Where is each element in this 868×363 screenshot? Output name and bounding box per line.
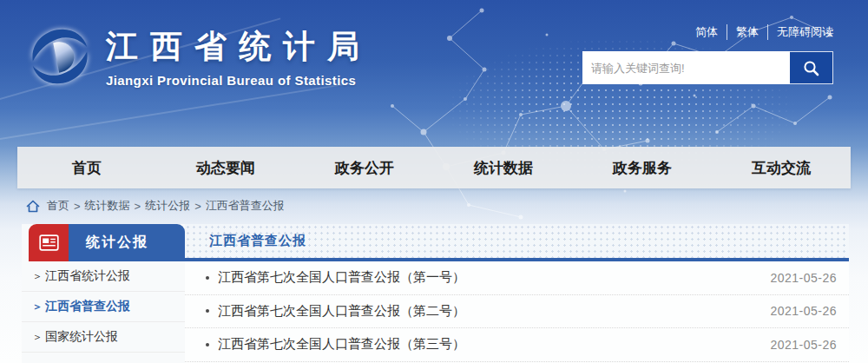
home-icon (26, 200, 40, 213)
bulletin-date: 2021-05-26 (770, 271, 837, 285)
chevron-right-icon: ＞ (32, 269, 43, 284)
breadcrumb-item-statistics-data[interactable]: 统计数据 (85, 198, 130, 214)
main-nav: 首页 动态要闻 政务公开 统计数据 政务服务 互动交流 (17, 147, 851, 188)
search-button[interactable] (790, 51, 833, 84)
chevron-right-icon: ＞ (32, 300, 43, 314)
logo-icon (26, 23, 94, 90)
bullet-dot (206, 276, 209, 280)
bulletin-date: 2021-05-26 (770, 338, 837, 352)
search-input[interactable] (582, 51, 790, 84)
site-title: 江西省统计局 (106, 25, 372, 69)
bulletin-list: 江西省第七次全国人口普查公报（第一号） 2021-05-26 江西省第七次全国人… (185, 261, 849, 363)
tab-row: 江西省普查公报 (185, 224, 849, 261)
sidebar-title: 统计公报 (69, 224, 185, 261)
sidebar-item-label: 江西省普查公报 (45, 299, 130, 314)
language-links: 简体 繁体 无障碍阅读 (582, 24, 833, 40)
bullet-dot (206, 309, 209, 313)
breadcrumb-item-statistical-bulletin[interactable]: 统计公报 (145, 198, 190, 214)
breadcrumb-item-census-bulletin[interactable]: 江西省普查公报 (206, 198, 285, 214)
nav-item-news[interactable]: 动态要闻 (156, 147, 295, 188)
tab-census-bulletin[interactable]: 江西省普查公报 (209, 233, 306, 249)
list-item[interactable]: 江西省第七次全国人口普查公报（第三号） 2021-05-26 (185, 328, 849, 362)
search-icon (802, 59, 820, 77)
bulletin-date: 2021-05-26 (770, 304, 837, 318)
search-box (582, 51, 833, 84)
brand[interactable]: 江西省统计局 Jiangxi Provincial Bureau of Stat… (26, 23, 372, 90)
bullet-dot (206, 343, 209, 346)
content: 统计公报 ＞ 江西省统计公报 ＞ 江西省普查公报 ＞ 国家统计公报 江西省普查公… (22, 224, 849, 363)
list-item[interactable]: 江西省第七次全国人口普查公报（第一号） 2021-05-26 (185, 261, 849, 295)
nav-item-interaction[interactable]: 互动交流 (712, 147, 851, 188)
lang-link-accessible-reading[interactable]: 无障碍阅读 (767, 24, 833, 40)
bulletin-link-no3[interactable]: 江西省第七次全国人口普查公报（第三号） (218, 336, 465, 353)
nav-item-gov-services[interactable]: 政务服务 (573, 147, 712, 188)
breadcrumb-separator: > (194, 200, 201, 213)
light-streak (0, 82, 353, 142)
sidebar-list: ＞ 江西省统计公报 ＞ 江西省普查公报 ＞ 国家统计公报 (22, 261, 185, 353)
sidebar-item-provincial-census-bulletin[interactable]: ＞ 江西省普查公报 (22, 292, 185, 322)
nav-item-statistics-data[interactable]: 统计数据 (434, 147, 573, 188)
sidebar-header: 统计公报 (29, 224, 185, 261)
sidebar: 统计公报 ＞ 江西省统计公报 ＞ 江西省普查公报 ＞ 国家统计公报 (22, 224, 185, 363)
bulletin-link-no1[interactable]: 江西省第七次全国人口普查公报（第一号） (218, 269, 465, 286)
site-subtitle: Jiangxi Provincial Bureau of Statistics (106, 73, 372, 88)
breadcrumb: 首页 > 统计数据 > 统计公报 > 江西省普查公报 (26, 195, 285, 217)
chevron-right-icon: ＞ (32, 330, 43, 345)
nav-item-home[interactable]: 首页 (17, 147, 156, 188)
lang-link-traditional[interactable]: 繁体 (727, 24, 767, 40)
bulletin-link-no2[interactable]: 江西省第七次全国人口普查公报（第二号） (218, 303, 465, 320)
list-item[interactable]: 江西省第七次全国人口普查公报（第二号） 2021-05-26 (185, 295, 849, 329)
sidebar-item-label: 江西省统计公报 (45, 268, 130, 284)
breadcrumb-separator: > (74, 200, 81, 213)
sidebar-item-provincial-statistical-bulletin[interactable]: ＞ 江西省统计公报 (22, 261, 185, 292)
nav-item-gov-disclosure[interactable]: 政务公开 (295, 147, 434, 188)
breadcrumb-item-home[interactable]: 首页 (47, 198, 69, 214)
lang-link-simplified[interactable]: 简体 (687, 24, 727, 40)
header-right: 简体 繁体 无障碍阅读 (582, 24, 833, 84)
sidebar-header-red-block (29, 224, 69, 261)
newspaper-icon (39, 234, 59, 251)
main-panel: 江西省普查公报 江西省第七次全国人口普查公报（第一号） 2021-05-26 江… (185, 224, 849, 363)
breadcrumb-separator: > (135, 200, 141, 213)
sidebar-item-label: 国家统计公报 (45, 329, 118, 345)
sidebar-item-national-statistical-bulletin[interactable]: ＞ 国家统计公报 (22, 322, 185, 353)
